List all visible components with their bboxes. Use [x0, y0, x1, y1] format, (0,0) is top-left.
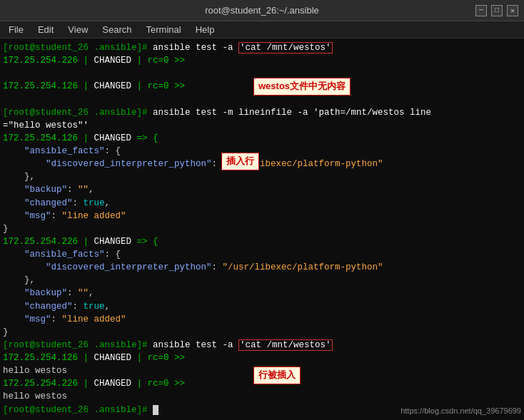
menu-bar: File Edit View Search Terminal Help [0, 21, 524, 39]
terminal-line-14: } [3, 222, 521, 235]
maximize-button[interactable]: □ [491, 5, 503, 16]
window-title: root@student_26:~/.ansible [49, 5, 475, 16]
terminal-line-1: [root@student_26 .ansible]# ansible test… [3, 41, 521, 54]
terminal-line-22: } [3, 326, 521, 339]
menu-view[interactable]: View [62, 23, 94, 36]
terminal-line-18: }, [3, 274, 521, 287]
terminal-line-7: 172.25.254.126 | CHANGED => { [3, 132, 521, 145]
terminal-line-17: "discovered_interpreter_python": "/usr/l… [3, 261, 521, 274]
menu-terminal[interactable]: Terminal [141, 23, 187, 36]
terminal-line-8: "ansible_facts": { [3, 145, 521, 158]
close-button[interactable]: ✕ [507, 5, 518, 16]
watermark: https://blog.csdn.net/qq_39679699 [400, 406, 521, 417]
terminal-line-11: "backup": "", [3, 183, 521, 196]
terminal-line-21: "msg": "line added" [3, 313, 521, 326]
annotation-westos: westos文件中无内容 [253, 78, 351, 96]
annotation-inserted: 行被插入 [253, 367, 301, 384]
terminal-line-10: }, [3, 170, 521, 183]
menu-help[interactable]: Help [190, 23, 221, 36]
terminal-line-19: "backup": "", [3, 287, 521, 299]
terminal-line-6b: ="hello westos"' [3, 119, 521, 132]
terminal-line-12: "changed": true, [3, 197, 521, 210]
terminal-line-16: "ansible_facts": { [3, 248, 521, 261]
terminal-line-6: [root@student_26 .ansible]# ansible test… [3, 106, 521, 119]
terminal-line-15: 172.25.254.226 | CHANGED => { [3, 235, 521, 248]
annotation-insert: 插入行 [221, 153, 259, 170]
terminal-line-23: [root@student_26 .ansible]# ansible test… [3, 339, 521, 352]
title-bar: root@student_26:~/.ansible ─ □ ✕ [0, 0, 524, 21]
terminal-line-2: 172.25.254.226 | CHANGED | rc=0 >> [3, 54, 521, 67]
menu-edit[interactable]: Edit [32, 23, 59, 36]
minimize-button[interactable]: ─ [475, 5, 487, 16]
terminal-line-9: "discovered_interpreter_python": "/usr/l… [3, 158, 521, 170]
terminal-content: [root@student_26 .ansible]# ansible test… [0, 39, 524, 420]
window-controls[interactable]: ─ □ ✕ [475, 5, 518, 16]
terminal-line-24: 172.25.254.126 | CHANGED | rc=0 >> [3, 352, 521, 364]
menu-search[interactable]: Search [96, 23, 137, 36]
terminal-line-13: "msg": "line added" [3, 210, 521, 222]
terminal-line-20: "changed": true, [3, 300, 521, 313]
menu-file[interactable]: File [3, 23, 29, 36]
terminal-line-27: hello westos [3, 390, 521, 403]
